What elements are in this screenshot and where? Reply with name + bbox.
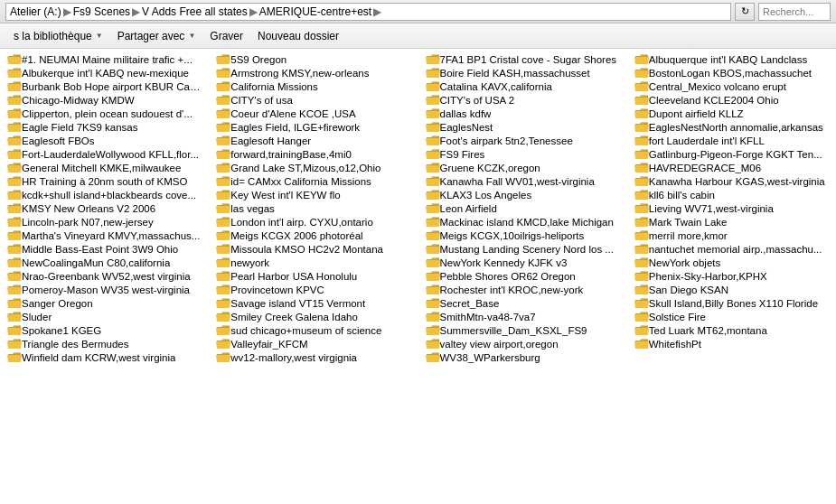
list-item[interactable]: Martha's Vineyard KMVY,massachus...	[0, 229, 209, 242]
list-item[interactable]: las vegas	[209, 201, 418, 215]
list-item[interactable]: Kanawha Harbour KGAS,west-virginia	[627, 174, 836, 188]
list-item[interactable]: HR Training à 20nm south of KMSO	[0, 174, 209, 188]
list-item[interactable]: Kanawha Fall WV01,west-virginia	[418, 174, 627, 188]
list-item[interactable]: Lincoln-park N07,new-jersey	[0, 215, 209, 229]
list-item[interactable]: Leon Airfield	[418, 201, 627, 215]
list-item[interactable]: Mustang Landing Scenery Nord los ...	[418, 242, 627, 256]
breadcrumb-fs9scenes[interactable]: Fs9 Scenes	[73, 5, 130, 18]
list-item[interactable]: Smiley Creek Galena Idaho	[209, 310, 418, 323]
list-item[interactable]: Dupont airfield KLLZ	[627, 107, 836, 120]
list-item[interactable]: Boire Field KASH,massachusset	[418, 66, 627, 79]
list-item[interactable]: Solstice Fire	[627, 310, 836, 323]
list-item[interactable]: Cleeveland KCLE2004 Ohio	[627, 93, 836, 107]
list-item[interactable]: Sluder	[0, 310, 209, 323]
organize-button[interactable]: s la bibliothèque ▼	[7, 27, 109, 45]
breadcrumb-vadds[interactable]: V Adds Free all states	[142, 5, 248, 18]
burn-button[interactable]: Graver	[203, 27, 249, 45]
list-item[interactable]: BostonLogan KBOS,machassuchet	[627, 66, 836, 79]
breadcrumb-atelier[interactable]: Atelier (A:)	[10, 5, 61, 18]
list-item[interactable]: London int'l airp. CYXU,ontario	[209, 215, 418, 229]
list-item[interactable]: Coeur d'Alene KCOE ,USA	[209, 107, 418, 120]
list-item[interactable]: Middle Bass-East Point 3W9 Ohio	[0, 242, 209, 256]
list-item[interactable]: Meigs KCGX,10oilrigs-heliports	[418, 229, 627, 242]
list-item[interactable]: Mackinac island KMCD,lake Michigan	[418, 215, 627, 229]
list-item[interactable]: Rochester int'l KROC,new-york	[418, 283, 627, 296]
list-item[interactable]: Winfield dam KCRW,west virginia	[0, 350, 209, 364]
list-item[interactable]: id= CAMxx California Missions	[209, 174, 418, 188]
list-item[interactable]: Eagle Field 7KS9 kansas	[0, 120, 209, 134]
list-item[interactable]: Savage island VT15 Vermont	[209, 296, 418, 310]
list-item[interactable]: Central_Mexico volcano erupt	[627, 79, 836, 93]
list-item[interactable]: CITY's of usa	[209, 93, 418, 107]
list-item[interactable]: Clipperton, plein ocean sudouest d'...	[0, 107, 209, 120]
list-item[interactable]: Valleyfair_KFCM	[209, 337, 418, 350]
list-item[interactable]: FS9 Fires	[418, 147, 627, 161]
list-item[interactable]: forward,trainingBase,4mi0	[209, 147, 418, 161]
list-item[interactable]: kcdk+shull island+blackbeards cove...	[0, 188, 209, 201]
list-item[interactable]: Spokane1 KGEG	[0, 323, 209, 337]
list-item[interactable]: KMSY New Orleans V2 2006	[0, 201, 209, 215]
list-item[interactable]: Pomeroy-Mason WV35 west-virginia	[0, 283, 209, 296]
list-item[interactable]: Eaglesoft FBOs	[0, 134, 209, 147]
list-item[interactable]: Missoula KMSO HC2v2 Montana	[209, 242, 418, 256]
list-item[interactable]: Pebble Shores OR62 Oregon	[418, 269, 627, 283]
list-item[interactable]: #1. NEUMAI Maine militaire trafic +...	[0, 52, 209, 66]
list-item[interactable]: wv12-mallory,west virgignia	[209, 350, 418, 364]
list-item[interactable]: Triangle des Bermudes	[0, 337, 209, 350]
list-item[interactable]: San Diego KSAN	[627, 283, 836, 296]
new-folder-button[interactable]: Nouveau dossier	[251, 27, 345, 45]
list-item[interactable]: Key West int'l KEYW flo	[209, 188, 418, 201]
list-item[interactable]: Eaglesoft Hanger	[209, 134, 418, 147]
list-item[interactable]: valtey view airport,oregon	[418, 337, 627, 350]
list-item[interactable]: sud chicago+museum of science	[209, 323, 418, 337]
list-item[interactable]: NewYork Kennedy KJFK v3	[418, 256, 627, 269]
share-button[interactable]: Partager avec ▼	[111, 27, 202, 45]
list-item[interactable]: NewYork objets	[627, 256, 836, 269]
list-item[interactable]: CITY's of USA 2	[418, 93, 627, 107]
list-item[interactable]: Nrao-Greenbank WV52,west virginia	[0, 269, 209, 283]
list-item[interactable]: Albukerque int'l KABQ new-mexique	[0, 66, 209, 79]
list-item[interactable]: fort Lauderdale int'l KFLL	[627, 134, 836, 147]
breadcrumb-current[interactable]: AMERIQUE-centre+est	[259, 5, 371, 18]
list-item[interactable]: Gruene KCZK,oregon	[418, 161, 627, 174]
list-item[interactable]: Lieving WV71,west-virginia	[627, 201, 836, 215]
list-item[interactable]: Pearl Harbor USA Honolulu	[209, 269, 418, 283]
list-item[interactable]: Foot's airpark 5tn2,Tenessee	[418, 134, 627, 147]
list-item[interactable]: SmithMtn-va48-7va7	[418, 310, 627, 323]
list-item[interactable]: 7FA1 BP1 Cristal cove - Sugar Shores	[418, 52, 627, 66]
list-item[interactable]: Sanger Oregon	[0, 296, 209, 310]
list-item[interactable]: Mark Twain Lake	[627, 215, 836, 229]
list-item[interactable]: Summersville_Dam_KSXL_FS9	[418, 323, 627, 337]
list-item[interactable]: EaglesNestNorth annomalie,arkansas	[627, 120, 836, 134]
list-item[interactable]: Armstrong KMSY,new-orleans	[209, 66, 418, 79]
list-item[interactable]: Skull Island,Billy Bones X110 Floride	[627, 296, 836, 310]
list-item[interactable]: Gatlinburg-Pigeon-Forge KGKT Ten...	[627, 147, 836, 161]
list-item[interactable]: California Missions	[209, 79, 418, 93]
list-item[interactable]: kll6 bill's cabin	[627, 188, 836, 201]
list-item[interactable]: HAVREDEGRACE_M06	[627, 161, 836, 174]
list-item[interactable]: Burbank Bob Hope airport KBUR Cali...	[0, 79, 209, 93]
list-item[interactable]: Fort-LauderdaleWollywood KFLL,flor...	[0, 147, 209, 161]
list-item[interactable]: KLAX3 Los Angeles	[418, 188, 627, 201]
list-item[interactable]: Secret_Base	[418, 296, 627, 310]
list-item[interactable]: Provincetown KPVC	[209, 283, 418, 296]
list-item[interactable]: dallas kdfw	[418, 107, 627, 120]
list-item[interactable]: Albuquerque int'l KABQ Landclass	[627, 52, 836, 66]
refresh-button[interactable]: ↻	[735, 3, 755, 21]
list-item[interactable]: EaglesNest	[418, 120, 627, 134]
list-item[interactable]: Eagles Field, ILGE+firework	[209, 120, 418, 134]
breadcrumb[interactable]: Atelier (A:) ▶ Fs9 Scenes ▶ V Adds Free …	[5, 3, 731, 21]
list-item[interactable]: NewCoalingaMun C80,california	[0, 256, 209, 269]
list-item[interactable]: Chicago-Midway KMDW	[0, 93, 209, 107]
list-item[interactable]: Meigs KCGX 2006 photoréal	[209, 229, 418, 242]
list-item[interactable]: Catalina KAVX,california	[418, 79, 627, 93]
list-item[interactable]: merril more,kmor	[627, 229, 836, 242]
list-item[interactable]: Grand Lake ST,Mizous,o12,Ohio	[209, 161, 418, 174]
list-item[interactable]: Ted Luark MT62,montana	[627, 323, 836, 337]
list-item[interactable]: nantuchet memorial airp.,massachu...	[627, 242, 836, 256]
list-item[interactable]: WV38_WParkersburg	[418, 350, 627, 364]
list-item[interactable]: General Mitchell KMKE,milwaukee	[0, 161, 209, 174]
list-item[interactable]: newyork	[209, 256, 418, 269]
list-item[interactable]: WhitefishPt	[627, 337, 836, 350]
list-item[interactable]: Phenix-Sky-Harbor,KPHX	[627, 269, 836, 283]
